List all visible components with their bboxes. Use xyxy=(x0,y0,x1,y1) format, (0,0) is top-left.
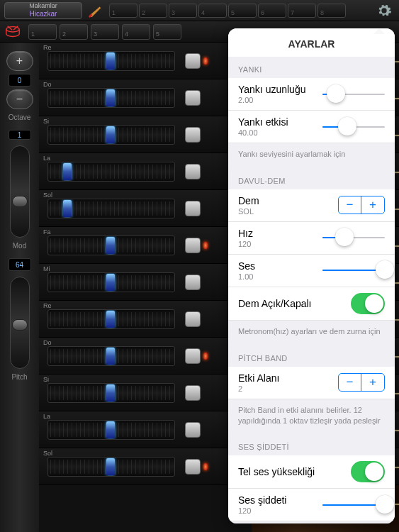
mute-button[interactable] xyxy=(185,422,201,438)
note-fader[interactable] xyxy=(47,162,175,182)
preset-bottom-2[interactable]: 2 xyxy=(60,24,88,40)
mute-button[interactable] xyxy=(185,164,201,179)
mod-display: 64 xyxy=(9,258,31,271)
note-fader[interactable] xyxy=(47,383,175,403)
svg-point-0 xyxy=(6,26,19,31)
slider[interactable] xyxy=(322,495,385,515)
note-fader[interactable] xyxy=(47,51,175,71)
stepper-plus[interactable]: + xyxy=(361,196,384,214)
note-label: Sol xyxy=(43,450,52,457)
preset-top-4[interactable]: 4 xyxy=(198,4,227,18)
stepper-minus[interactable]: − xyxy=(339,374,361,391)
settings-popover: AYARLAR YANKI Yankı uzunluğu 2.00 Yankı … xyxy=(228,28,395,523)
row-subtitle: 120 xyxy=(238,240,253,248)
note-fader[interactable] xyxy=(47,125,175,145)
zurna-icon[interactable] xyxy=(88,3,103,18)
note-fader[interactable] xyxy=(47,235,175,255)
note-fader[interactable] xyxy=(47,457,175,477)
mute-button[interactable] xyxy=(185,275,201,290)
preset-top-5[interactable]: 5 xyxy=(228,4,257,18)
makam-label: Makamlar xyxy=(5,3,82,10)
row-title: Dem xyxy=(238,195,259,206)
slider[interactable] xyxy=(322,84,385,104)
stepper[interactable]: − + xyxy=(338,373,385,392)
preset-row-upper: 12345678 xyxy=(109,4,346,18)
mute-button[interactable] xyxy=(185,127,201,143)
row-title: Yankı etkisi xyxy=(238,116,288,128)
preset-top-2[interactable]: 2 xyxy=(139,4,167,18)
note-label: Re xyxy=(43,44,52,51)
mute-button[interactable] xyxy=(185,385,201,401)
mute-button[interactable] xyxy=(185,348,201,364)
note-fader[interactable] xyxy=(47,272,175,292)
slider[interactable] xyxy=(322,260,385,280)
note-label: La xyxy=(43,155,50,162)
mute-button[interactable] xyxy=(185,459,201,475)
preset-bottom-3[interactable]: 3 xyxy=(91,24,119,40)
small-display: 1 xyxy=(9,130,31,140)
mod-slider[interactable] xyxy=(10,145,30,238)
note-fader[interactable] xyxy=(47,420,175,440)
octave-up-button[interactable]: + xyxy=(6,51,33,71)
makam-selector[interactable]: Makamlar Hicazkar xyxy=(4,2,82,19)
row-title: Yankı uzunluğu xyxy=(238,84,305,95)
section-footer: Metronom(hız) ayarları ve dem zurna için xyxy=(228,321,395,345)
makam-value: Hicazkar xyxy=(5,10,82,18)
octave-down-button[interactable]: − xyxy=(6,89,33,109)
preset-top-7[interactable]: 7 xyxy=(288,4,316,18)
mod-label: Mod xyxy=(13,242,26,250)
preset-top-1[interactable]: 1 xyxy=(109,4,137,18)
switch[interactable] xyxy=(351,461,385,482)
led-indicator xyxy=(203,242,208,249)
section-header: SES ŞİDDETİ xyxy=(228,434,395,455)
octave-label: Octave xyxy=(9,113,31,121)
row-subtitle: 2.00 xyxy=(238,96,305,104)
note-fader[interactable] xyxy=(47,346,175,366)
gear-icon[interactable] xyxy=(376,3,392,23)
note-label: Fa xyxy=(43,228,51,235)
settings-scroll[interactable]: YANKI Yankı uzunluğu 2.00 Yankı etkisi 4… xyxy=(228,57,395,523)
preset-bottom-5[interactable]: 5 xyxy=(153,24,181,40)
preset-top-3[interactable]: 3 xyxy=(169,4,197,18)
settings-row: Hız 120 xyxy=(228,222,395,255)
note-label: Do xyxy=(43,81,52,88)
note-fader[interactable] xyxy=(47,88,175,108)
row-title: Tel ses yüksekliği xyxy=(238,466,315,477)
stepper[interactable]: − + xyxy=(338,196,385,214)
preset-bottom-1[interactable]: 1 xyxy=(28,24,57,40)
row-subtitle: 40.00 xyxy=(238,128,288,137)
drum-icon[interactable] xyxy=(4,26,21,38)
led-indicator xyxy=(203,57,208,65)
led-indicator xyxy=(203,353,208,360)
slider[interactable] xyxy=(322,117,385,137)
note-label: Re xyxy=(43,302,52,309)
section-footer: Pitch Band in etki alanını belirler. 12 … xyxy=(228,399,395,435)
mute-button[interactable] xyxy=(185,90,201,106)
preset-top-8[interactable]: 8 xyxy=(317,4,346,18)
preset-top-6[interactable]: 6 xyxy=(258,4,286,18)
row-subtitle: 1.00 xyxy=(238,272,255,281)
stepper-plus[interactable]: + xyxy=(361,374,384,391)
settings-row: Dem Açık/Kapalı xyxy=(228,287,395,321)
led-indicator xyxy=(203,463,208,470)
settings-row: Ses şiddeti 120 xyxy=(228,489,395,521)
settings-row: Yankı etkisi 40.00 xyxy=(228,111,395,143)
row-title: Ses şiddeti xyxy=(238,494,286,506)
mute-button[interactable] xyxy=(185,201,201,216)
settings-row: Ses 1.00 xyxy=(228,255,395,287)
mute-button[interactable] xyxy=(185,311,201,327)
pitch-slider[interactable] xyxy=(10,277,30,369)
mute-button[interactable] xyxy=(185,53,201,69)
row-subtitle: 120 xyxy=(238,506,286,515)
section-footer: Yankı seviyesini ayarlamak için xyxy=(228,143,395,168)
slider[interactable] xyxy=(322,228,385,248)
switch[interactable] xyxy=(351,293,385,314)
note-fader[interactable] xyxy=(47,199,175,218)
note-fader[interactable] xyxy=(47,309,175,329)
settings-row: Dem SOL − + xyxy=(228,189,395,222)
preset-bottom-4[interactable]: 4 xyxy=(122,24,150,40)
mute-button[interactable] xyxy=(185,238,201,253)
stepper-minus[interactable]: − xyxy=(339,196,361,214)
pitch-label: Pitch xyxy=(11,373,27,381)
note-label: Mi xyxy=(43,265,50,272)
